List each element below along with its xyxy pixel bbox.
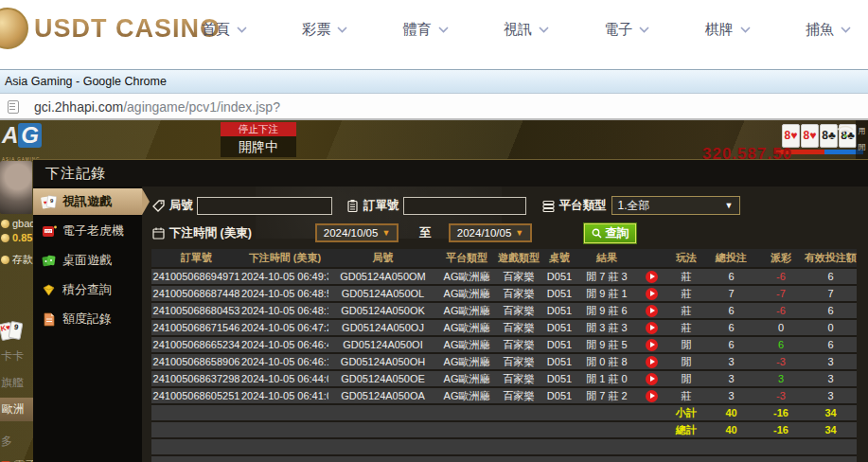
nav-item-slots[interactable]: 電子: [604, 21, 649, 39]
lobby-item[interactable]: 電子: [1, 457, 36, 462]
cell-platform: AG歐洲廳: [437, 387, 496, 404]
cell-bet-time: 2024-10-05 06:46:10: [241, 353, 328, 370]
nav-item-sports[interactable]: 體育: [403, 21, 449, 39]
cell-table-number: D051: [541, 319, 577, 336]
nav-item-home[interactable]: 首頁: [202, 21, 247, 39]
chrome-window-title: Asia Gaming - Google Chrome: [5, 75, 167, 88]
nav-item-lottery[interactable]: 彩票: [302, 21, 347, 39]
cell-round-number: GD05124A050OA: [328, 387, 437, 404]
cell-valid-bet: 6: [805, 302, 857, 319]
cell-round-number: GD05124A050OE: [328, 370, 437, 387]
document-icon: [41, 311, 57, 328]
replay-button[interactable]: [646, 339, 658, 351]
chrome-url-bar[interactable]: gci.2hhapi.com/agingame/pcv1/index.jsp?: [0, 95, 868, 120]
caret-down-icon: ▼: [515, 228, 523, 238]
subtotal-row: 小計 40 -16 34: [151, 404, 857, 421]
cell-valid-bet: 0: [805, 319, 857, 336]
cell-valid-bet: 7: [805, 285, 857, 302]
table-games-icon: [41, 253, 57, 269]
date-from-picker[interactable]: 2024/10/05▼: [315, 223, 399, 242]
order-number-input[interactable]: [403, 197, 526, 215]
replay-button[interactable]: [646, 356, 658, 368]
replay-button[interactable]: [646, 288, 658, 300]
username: gbad: [1, 218, 35, 229]
lobby-item[interactable]: 旗艦: [1, 375, 24, 391]
replay-button[interactable]: [646, 322, 658, 334]
site-logo-text: USDT CASINO: [34, 14, 221, 44]
balance: 0.85: [1, 232, 32, 243]
game-area: AG ASIA GAMING 停止下注 開牌中 8♥ 8♥ 8♣ 8♣ 320,…: [0, 120, 868, 462]
svg-text:♥: ♥: [44, 200, 47, 205]
replay-button[interactable]: [646, 305, 658, 317]
search-button[interactable]: 查詢: [584, 223, 636, 243]
lobby-left-strip: gbad 0.85 存款 K♥9 卡卡 旗艦 歐洲 多 電子 捕魚王: [0, 159, 33, 462]
bet-records-modal: 下注記錄 ♥9 視訊遊戲: [33, 159, 868, 462]
lobby-item[interactable]: 多: [1, 434, 12, 450]
lobby-item[interactable]: 卡卡: [1, 348, 24, 364]
total-label: 總計: [667, 421, 705, 438]
sidebar-item-table-games[interactable]: 桌面遊戲: [33, 247, 142, 274]
deposit-button[interactable]: 存款: [1, 253, 33, 267]
nav-item-fishing[interactable]: 捕魚: [806, 21, 851, 39]
round-number-input[interactable]: [197, 197, 332, 215]
page-icon: [8, 100, 19, 114]
nav-item-live[interactable]: 視訊: [504, 21, 549, 39]
cell-order-number: 241005068687448: [151, 285, 241, 302]
user-icon: [1, 220, 9, 228]
cell-play-type: 莊: [667, 302, 705, 319]
platform-type-label: 平台類型: [541, 198, 607, 214]
svg-text:777: 777: [45, 228, 52, 233]
lobby-item-selected[interactable]: 歐洲: [0, 398, 33, 421]
cell-play-type: 莊: [667, 319, 705, 336]
sidebar-item-points[interactable]: 積分查詢: [33, 276, 142, 303]
cell-round-number: GD05124A050OI: [328, 336, 437, 353]
dealing-status: 開牌中: [221, 136, 296, 157]
order-number-label: 訂單號: [345, 198, 399, 214]
calendar-icon: [151, 226, 166, 240]
layers-icon: [541, 199, 556, 213]
caret-down-icon: ▼: [381, 228, 390, 238]
cell-order-number: 241005068671546: [151, 319, 241, 336]
cell-table-number: D051: [541, 353, 577, 370]
tag-icon: [151, 199, 166, 213]
sidebar-item-credit-records[interactable]: 額度記錄: [33, 306, 142, 332]
replay-button[interactable]: [646, 271, 658, 283]
cell-payout: -3: [757, 387, 805, 404]
cell-game-type: 百家樂: [496, 302, 541, 319]
top-nav: 首頁 彩票 體育 視訊 電子 棋牌: [202, 0, 851, 59]
cell-valid-bet: 6: [805, 268, 857, 285]
cell-replay: [636, 370, 667, 387]
replay-button[interactable]: [646, 373, 658, 385]
sidebar-item-live-games[interactable]: ♥9 視訊遊戲: [33, 188, 142, 215]
date-to-picker[interactable]: 2024/10/05▼: [449, 223, 532, 242]
cell-total-bet: 3: [705, 353, 757, 370]
wifi-icon: [837, 125, 854, 138]
cell-play-type: 莊: [667, 268, 705, 285]
chevron-down-icon: [337, 27, 347, 33]
cell-order-number: 241005068605251: [151, 387, 241, 404]
table-row: 241005068605251 2024-10-05 06:41:03 GD05…: [151, 387, 857, 404]
replay-button[interactable]: [646, 390, 658, 402]
avatar: [0, 161, 32, 214]
cell-result: 閒 9 莊 5: [577, 336, 636, 353]
cell-payout: -6: [757, 268, 805, 285]
asia-gaming-logo: AG ASIA GAMING: [2, 123, 49, 157]
cell-result: 閒 1 莊 0: [577, 370, 636, 387]
cell-total-bet: 3: [705, 387, 757, 404]
cell-table-number: D051: [541, 268, 577, 285]
filter-row-2: 下注時間 (美東) 2024/10/05▼ 至 2024/10/05▼ 查詢: [151, 222, 857, 244]
nav-item-poker[interactable]: 棋牌: [705, 21, 751, 39]
sidebar-item-slots[interactable]: 777 電子老虎機: [33, 218, 142, 244]
cell-game-type: 百家樂: [496, 268, 541, 285]
site-logo[interactable]: USDT CASINO: [0, 8, 221, 49]
cell-valid-bet: 3: [805, 387, 857, 404]
cell-round-number: GD05124A050OL: [328, 285, 437, 302]
cell-bet-time: 2024-10-05 06:47:25: [241, 319, 328, 336]
round-number-label: 局號: [151, 198, 193, 214]
cell-play-type: 莊: [667, 387, 705, 404]
table-row: 241005068637298 2024-10-05 06:44:09 GD05…: [151, 370, 857, 387]
search-icon: [592, 228, 602, 239]
platform-type-select[interactable]: 1.全部 ▼: [611, 196, 740, 215]
stop-betting-banner: 停止下注: [221, 122, 296, 136]
cell-result: 閒 7 莊 3: [577, 268, 636, 285]
